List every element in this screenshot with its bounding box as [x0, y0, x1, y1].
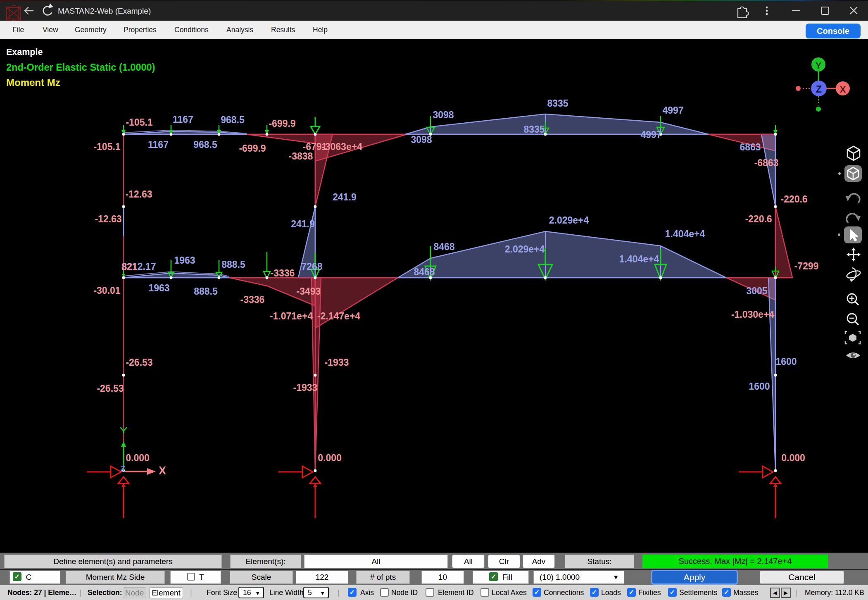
- svg-text:Moment Mz: Moment Mz: [6, 77, 60, 88]
- svg-text:8335: 8335: [547, 98, 568, 109]
- svg-text:-3838: -3838: [289, 151, 313, 162]
- svg-text:4997: 4997: [662, 105, 683, 116]
- svg-text:-26.53: -26.53: [97, 383, 124, 394]
- svg-text:8335: 8335: [523, 124, 545, 135]
- svg-text:3005: 3005: [746, 286, 767, 296]
- svg-text:-12.63: -12.63: [95, 214, 121, 224]
- svg-text:X: X: [159, 464, 166, 477]
- svg-text:-12.63: -12.63: [125, 189, 152, 200]
- svg-text:0.000: 0.000: [318, 452, 342, 463]
- svg-text:1.404e+4: 1.404e+4: [665, 229, 705, 239]
- svg-text:-699.9: -699.9: [239, 143, 266, 154]
- svg-text:8468: 8468: [414, 267, 435, 277]
- svg-text:1963: 1963: [148, 283, 169, 293]
- svg-text:-1933: -1933: [293, 382, 318, 393]
- svg-text:-220.6: -220.6: [780, 194, 807, 205]
- svg-text:4997: 4997: [640, 129, 661, 140]
- svg-text:1600: 1600: [775, 356, 797, 367]
- svg-text:-105.1: -105.1: [126, 117, 152, 128]
- svg-text:-30.01: -30.01: [93, 285, 120, 296]
- svg-text:MASTAN2-Web (Example): MASTAN2-Web (Example): [58, 7, 151, 15]
- svg-text:Z: Z: [816, 84, 822, 95]
- svg-text:-3063e+4: -3063e+4: [322, 141, 362, 152]
- svg-text:8468: 8468: [433, 241, 454, 252]
- svg-text:-105.1: -105.1: [93, 141, 120, 152]
- svg-text:821: 821: [121, 262, 138, 272]
- svg-text:-1.071e+4: -1.071e+4: [270, 311, 313, 321]
- svg-text:888.5: 888.5: [221, 259, 245, 270]
- svg-text:241.9: 241.9: [291, 219, 315, 229]
- svg-text:1167: 1167: [148, 139, 169, 150]
- svg-text:0.000: 0.000: [781, 452, 805, 463]
- svg-text:2.029e+4: 2.029e+4: [505, 244, 545, 255]
- svg-text:-7299: -7299: [794, 261, 819, 271]
- svg-text:1167: 1167: [173, 114, 193, 125]
- svg-text:-1.030e+4: -1.030e+4: [731, 309, 774, 320]
- svg-text:2nd-Order Elastic Static (1.00: 2nd-Order Elastic Static (1.0000): [6, 62, 155, 73]
- svg-text:-3336: -3336: [271, 268, 295, 279]
- svg-text:-699.9: -699.9: [269, 118, 295, 129]
- svg-text:241.9: 241.9: [333, 192, 357, 202]
- svg-text:0.000: 0.000: [126, 452, 150, 463]
- svg-text:7268: 7268: [301, 261, 322, 272]
- svg-text:-220.6: -220.6: [745, 214, 772, 224]
- svg-text:968.5: 968.5: [193, 139, 217, 150]
- svg-text:3098: 3098: [411, 134, 432, 145]
- svg-text:6863: 6863: [740, 142, 761, 152]
- svg-text:1963: 1963: [174, 255, 195, 266]
- svg-text:Y: Y: [816, 60, 822, 71]
- svg-text:Z: Z: [120, 464, 126, 473]
- svg-text:968.5: 968.5: [221, 114, 245, 125]
- svg-text:2.029e+4: 2.029e+4: [549, 215, 589, 226]
- svg-text:-1933: -1933: [325, 357, 349, 368]
- svg-text:-3493: -3493: [297, 286, 321, 297]
- svg-text:1.404e+4: 1.404e+4: [619, 254, 659, 264]
- svg-text:-3336: -3336: [240, 294, 265, 305]
- svg-text:-2.147e+4: -2.147e+4: [317, 311, 360, 321]
- svg-text:X: X: [840, 84, 846, 95]
- svg-text:1600: 1600: [749, 381, 770, 392]
- svg-text:3098: 3098: [433, 110, 454, 120]
- svg-text:888.5: 888.5: [194, 286, 218, 297]
- svg-text:-26.53: -26.53: [126, 357, 152, 368]
- svg-text:-6863: -6863: [754, 157, 779, 168]
- svg-text:Example: Example: [6, 47, 43, 57]
